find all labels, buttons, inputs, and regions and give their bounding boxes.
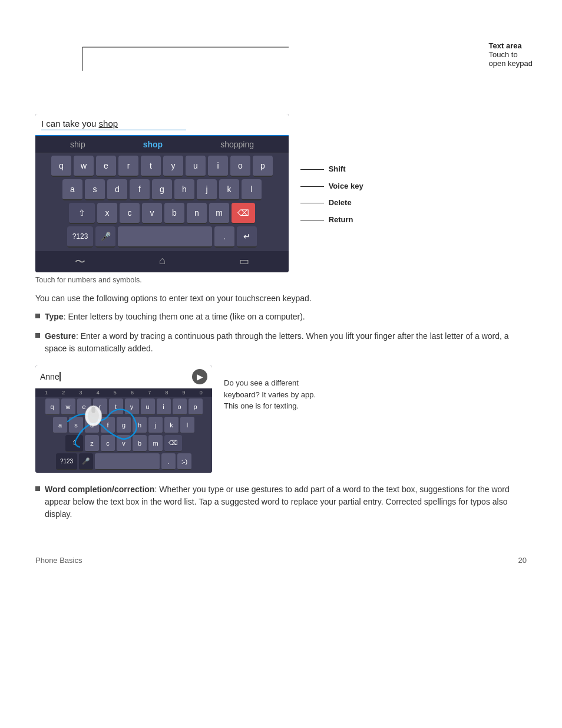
text-before-underline: I can take you bbox=[41, 118, 99, 129]
keyboard-keys: q w e r t y u i o p a s d f g bbox=[35, 153, 289, 251]
key2-a[interactable]: a bbox=[53, 417, 67, 433]
key2-p[interactable]: p bbox=[189, 398, 203, 415]
bullet-icon-completion bbox=[35, 486, 40, 491]
key2-j[interactable]: j bbox=[148, 417, 163, 433]
bullet-gesture: Gesture: Enter a word by tracing a conti… bbox=[35, 330, 527, 355]
key-v[interactable]: v bbox=[142, 203, 162, 224]
key-r[interactable]: r bbox=[118, 156, 138, 177]
voice-key-label: Voice key bbox=[300, 178, 363, 195]
suggestion-shop[interactable]: shop bbox=[143, 140, 163, 149]
nav-home-icon[interactable]: ⌂ bbox=[159, 255, 166, 269]
nav-bar: 〜 ⌂ ▭ bbox=[35, 251, 289, 272]
keyboard-mockup-2: Anne ▶ 1 2 3 4 5 6 7 8 9 0 q w bbox=[35, 365, 212, 473]
return-key[interactable]: ↵ bbox=[237, 226, 257, 248]
delete-key[interactable]: ⌫ bbox=[232, 203, 255, 224]
key-row2-4: ?123 🎤 . :-) bbox=[37, 453, 210, 470]
key-a[interactable]: a bbox=[62, 179, 82, 200]
num-symbol-key[interactable]: ?123 bbox=[67, 226, 93, 248]
num-4: 4 bbox=[97, 390, 100, 396]
word-suggestions-bar: ship shop shopping bbox=[35, 136, 289, 153]
text-area-sublabel: Touch toopen keypad bbox=[489, 50, 533, 68]
key-x[interactable]: x bbox=[97, 203, 117, 224]
suggestion-ship[interactable]: ship bbox=[70, 140, 85, 149]
key-j[interactable]: j bbox=[197, 179, 217, 200]
voice2-key[interactable]: 🎤 bbox=[79, 453, 93, 470]
key2-o[interactable]: o bbox=[173, 398, 187, 415]
key-f[interactable]: f bbox=[130, 179, 150, 200]
key-s[interactable]: s bbox=[85, 179, 105, 200]
key-y[interactable]: y bbox=[163, 156, 183, 177]
shift-key[interactable]: ⇧ bbox=[69, 203, 95, 224]
key2-z[interactable]: z bbox=[85, 435, 99, 452]
key2-m[interactable]: m bbox=[148, 435, 163, 452]
num-9: 9 bbox=[183, 390, 186, 396]
key2-y[interactable]: y bbox=[125, 398, 139, 415]
key-e[interactable]: e bbox=[96, 156, 116, 177]
key2-f[interactable]: f bbox=[101, 417, 115, 433]
key2-t[interactable]: t bbox=[109, 398, 123, 415]
key-t[interactable]: t bbox=[141, 156, 161, 177]
key-k[interactable]: k bbox=[219, 179, 239, 200]
key-g[interactable]: g bbox=[152, 179, 172, 200]
key-n[interactable]: n bbox=[187, 203, 207, 224]
key-m[interactable]: m bbox=[209, 203, 229, 224]
key-u[interactable]: u bbox=[186, 156, 206, 177]
period-key[interactable]: . bbox=[214, 226, 234, 248]
key2-v[interactable]: v bbox=[117, 435, 131, 452]
text-area-label-block: Text area Touch toopen keypad bbox=[489, 41, 533, 68]
key-c[interactable]: c bbox=[120, 203, 140, 224]
space2-key[interactable] bbox=[95, 453, 160, 470]
send-button[interactable]: ▶ bbox=[192, 369, 207, 384]
voice-key[interactable]: 🎤 bbox=[95, 226, 115, 248]
key2-i[interactable]: i bbox=[157, 398, 171, 415]
key2-k[interactable]: k bbox=[164, 417, 178, 433]
key-i[interactable]: i bbox=[208, 156, 228, 177]
key-h[interactable]: h bbox=[174, 179, 194, 200]
feature-list: Type: Enter letters by touching them one… bbox=[35, 311, 527, 355]
text-input-2[interactable]: Anne ▶ bbox=[35, 365, 212, 388]
key2-w[interactable]: w bbox=[61, 398, 75, 415]
key2-l[interactable]: l bbox=[180, 417, 194, 433]
smiley-key[interactable]: :-) bbox=[177, 453, 191, 470]
footer-page-number: 20 bbox=[518, 556, 527, 565]
key2-q[interactable]: q bbox=[45, 398, 59, 415]
key-b[interactable]: b bbox=[164, 203, 184, 224]
gesture-keyboard-wrapper: Anne ▶ 1 2 3 4 5 6 7 8 9 0 q w bbox=[35, 365, 212, 473]
bullet-type: Type: Enter letters by touching them one… bbox=[35, 311, 527, 323]
text-input-area[interactable]: I can take you shop bbox=[35, 114, 289, 136]
key2-h[interactable]: h bbox=[133, 417, 147, 433]
shift-label: Shift bbox=[300, 161, 363, 178]
key2-e[interactable]: e bbox=[77, 398, 91, 415]
key-row2-1: q w e r t y u i o p bbox=[37, 398, 210, 415]
key2-g[interactable]: g bbox=[117, 417, 131, 433]
key-row-2: a s d f g h j k l bbox=[38, 179, 286, 200]
key2-u[interactable]: u bbox=[141, 398, 155, 415]
key-q[interactable]: q bbox=[51, 156, 71, 177]
keyboard-keys-2: q w e r t y u i o p a s d f g bbox=[35, 397, 212, 473]
key2-d[interactable]: d bbox=[85, 417, 99, 433]
key2-s[interactable]: s bbox=[69, 417, 83, 433]
key-l[interactable]: l bbox=[242, 179, 262, 200]
key-row-3: ⇧ x c v b n m ⌫ bbox=[38, 203, 286, 224]
key-d[interactable]: d bbox=[107, 179, 127, 200]
space-key[interactable] bbox=[118, 226, 212, 248]
period2-key[interactable]: . bbox=[161, 453, 176, 470]
return-label: Return bbox=[300, 212, 363, 229]
nav-back-icon[interactable]: 〜 bbox=[75, 255, 85, 269]
cursor-icon bbox=[59, 372, 61, 381]
suggestion-shopping[interactable]: shopping bbox=[220, 140, 254, 149]
key-w[interactable]: w bbox=[74, 156, 94, 177]
nav-recents-icon[interactable]: ▭ bbox=[239, 255, 249, 269]
shift2-key[interactable]: ⇧ bbox=[65, 435, 83, 452]
key-p[interactable]: p bbox=[253, 156, 273, 177]
key-row2-2: a s d f g h j k l bbox=[37, 417, 210, 433]
num2-key[interactable]: ?123 bbox=[56, 453, 77, 470]
key2-c[interactable]: c bbox=[101, 435, 115, 452]
key2-r[interactable]: r bbox=[93, 398, 107, 415]
num-0: 0 bbox=[200, 390, 203, 396]
bullet-icon-type bbox=[35, 314, 40, 318]
key2-b[interactable]: b bbox=[133, 435, 147, 452]
key-o[interactable]: o bbox=[230, 156, 250, 177]
delete2-key[interactable]: ⌫ bbox=[164, 435, 182, 452]
number-hint-row: 1 2 3 4 5 6 7 8 9 0 bbox=[35, 388, 212, 397]
